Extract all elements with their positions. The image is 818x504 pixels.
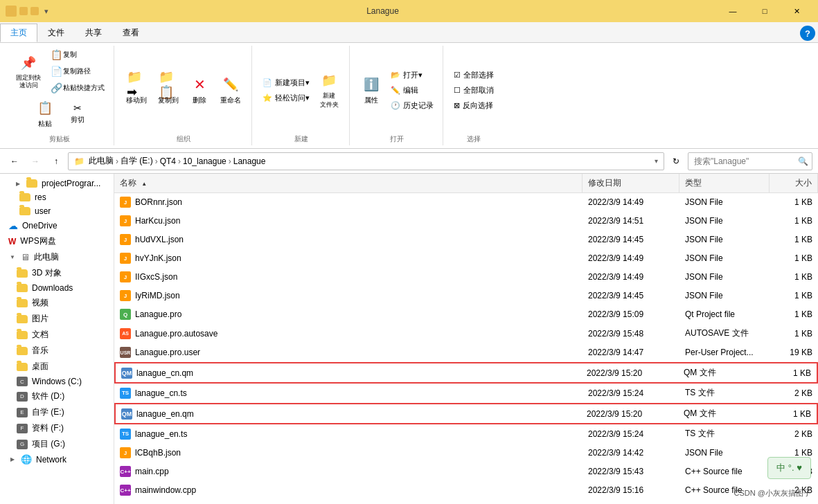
address-path[interactable]: 📁 此电脑 › 自学 (E:) › QT4 › 10_lanague › Lan… bbox=[68, 152, 664, 170]
delete-button[interactable]: ✕ 删除 bbox=[185, 72, 214, 108]
back-button[interactable]: ← bbox=[6, 152, 24, 170]
ribbon-group-organize: 📁➡ 移动到 📁📋 复制到 ✕ 删除 ✏️ 重命名 组织 bbox=[116, 46, 252, 145]
sidebar-item-drive-c[interactable]: C Windows (C:) bbox=[0, 375, 114, 388]
file-name: J hUdVXL.json bbox=[114, 233, 583, 246]
file-name-text: lCBqhB.json bbox=[135, 448, 181, 458]
ribbon-group-clipboard: 📌 固定到快速访问 📋 复制 📄 复制路径 🔗 粘贴快捷方式 bbox=[6, 46, 114, 145]
paste-icon: 📄 bbox=[51, 66, 62, 77]
file-date: 2022/3/9 14:51 bbox=[583, 215, 679, 227]
table-row[interactable]: C++ main.cpp 2022/3/9 15:43 C++ Source f… bbox=[114, 462, 818, 481]
sidebar-item-res[interactable]: res bbox=[0, 190, 114, 204]
network-icon: 🌐 bbox=[21, 454, 32, 465]
sidebar-item-videos[interactable]: 视频 bbox=[0, 295, 114, 311]
table-row[interactable]: J BORnnr.json 2022/3/9 14:49 JSON File 1… bbox=[114, 193, 818, 212]
history-button[interactable]: 🕐 历史记录 bbox=[387, 98, 437, 113]
close-button[interactable]: ✕ bbox=[781, 0, 812, 22]
table-row[interactable]: QM lanague_en.qm 2022/3/9 15:20 QM 文件 1 … bbox=[114, 403, 818, 424]
table-row[interactable]: J hvYJnK.json 2022/3/9 14:49 JSON File 1… bbox=[114, 249, 818, 268]
file-list-container: 名称 ▲ 修改日期 类型 大小 J BORnnr.json 2022/3/9 1… bbox=[114, 174, 818, 504]
file-name: J IIGxcS.json bbox=[114, 270, 583, 284]
up-button[interactable]: ↑ bbox=[47, 152, 65, 170]
copy-to-button[interactable]: 📁📋 复制到 bbox=[153, 72, 184, 108]
table-row[interactable]: QM lanague_cn.qm 2022/3/9 15:20 QM 文件 1 … bbox=[114, 362, 818, 384]
table-row[interactable]: H mainwindow.h 2022/3/9 15:16 H 文件 1 KB bbox=[114, 500, 818, 504]
table-row[interactable]: J IIGxcS.json 2022/3/9 14:49 JSON File 1… bbox=[114, 268, 818, 287]
maximize-button[interactable]: □ bbox=[749, 0, 781, 22]
move-to-button[interactable]: 📁➡ 移动到 bbox=[121, 72, 152, 108]
file-name-text: hUdVXL.json bbox=[135, 235, 184, 244]
path-part-2[interactable]: 自学 (E:) bbox=[121, 155, 153, 167]
new-item-button[interactable]: 📄 新建项目▾ bbox=[259, 75, 313, 90]
table-row[interactable]: C++ mainwindow.cpp 2022/3/9 15:16 C++ So… bbox=[114, 481, 818, 500]
col-header-name[interactable]: 名称 ▲ bbox=[114, 174, 583, 192]
tab-share[interactable]: 共享 bbox=[75, 24, 112, 42]
col-header-date[interactable]: 修改日期 bbox=[583, 174, 679, 192]
select-all-button[interactable]: ☑ 全部选择 bbox=[450, 68, 497, 82]
refresh-button[interactable]: ↻ bbox=[667, 152, 685, 170]
search-input[interactable] bbox=[688, 152, 812, 170]
paste-main-button[interactable]: 📋 粘贴 bbox=[28, 96, 62, 132]
sidebar-item-pc[interactable]: ▼ 🖥 此电脑 bbox=[0, 249, 114, 265]
file-type-icon: J bbox=[120, 215, 131, 226]
paste-main-icon: 📋 bbox=[35, 98, 55, 118]
path-part-3[interactable]: QT4 bbox=[160, 156, 176, 166]
col-header-size[interactable]: 大小 bbox=[770, 174, 818, 192]
table-row[interactable]: AS Lanague.pro.autosave 2022/3/9 15:48 A… bbox=[114, 324, 818, 343]
ribbon-content: 📌 固定到快速访问 📋 复制 📄 复制路径 🔗 粘贴快捷方式 bbox=[0, 43, 818, 148]
easy-access-button[interactable]: ⭐ 轻松访问▾ bbox=[259, 91, 313, 105]
invert-select-button[interactable]: ⊠ 反向选择 bbox=[450, 98, 497, 113]
table-row[interactable]: J hUdVXL.json 2022/3/9 14:45 JSON File 1… bbox=[114, 231, 818, 249]
tab-home[interactable]: 主页 bbox=[0, 24, 37, 42]
pin-button[interactable]: 📌 固定到快速访问 bbox=[11, 51, 46, 92]
sidebar-item-drive-f[interactable]: F 资料 (F:) bbox=[0, 420, 114, 436]
table-row[interactable]: USR Lanague.pro.user 2022/3/9 14:47 Per-… bbox=[114, 343, 818, 362]
paste-shortcut-button[interactable]: 🔗 粘贴快捷方式 bbox=[47, 80, 108, 96]
table-row[interactable]: J HarKcu.json 2022/3/9 14:51 JSON File 1… bbox=[114, 212, 818, 231]
col-header-type[interactable]: 类型 bbox=[679, 174, 770, 192]
file-type: JSON File bbox=[679, 233, 770, 246]
sidebar-label-drive-c: Windows (C:) bbox=[32, 377, 82, 386]
copy-button[interactable]: 📋 复制 bbox=[47, 47, 108, 62]
path-part-5[interactable]: Lanague bbox=[233, 156, 266, 166]
table-row[interactable]: TS lanague_cn.ts 2022/3/9 15:24 TS 文件 2 … bbox=[114, 384, 818, 403]
cut-button[interactable]: ✂ 剪切 bbox=[64, 100, 91, 127]
properties-button[interactable]: ℹ️ 属性 bbox=[357, 72, 386, 108]
tab-view[interactable]: 查看 bbox=[112, 24, 150, 42]
paste-button[interactable]: 📄 复制路径 bbox=[47, 64, 108, 79]
file-date: 2022/3/9 15:20 bbox=[581, 408, 678, 420]
sidebar-item-pictures[interactable]: 图片 bbox=[0, 311, 114, 327]
sidebar-item-user[interactable]: user bbox=[0, 204, 114, 218]
sidebar-item-docs[interactable]: 文档 bbox=[0, 327, 114, 343]
file-type: JSON File bbox=[679, 271, 770, 283]
sidebar-item-3d[interactable]: 3D 对象 bbox=[0, 265, 114, 281]
file-type: Qt Project file bbox=[679, 308, 770, 321]
minimize-button[interactable]: — bbox=[717, 0, 749, 22]
edit-button[interactable]: ✏️ 编辑 bbox=[387, 83, 422, 98]
forward-button[interactable]: → bbox=[26, 152, 44, 170]
table-row[interactable]: J lCBqhB.json 2022/3/9 14:42 JSON File 1… bbox=[114, 444, 818, 462]
file-date: 2022/3/9 15:43 bbox=[583, 465, 679, 478]
sidebar-item-wps[interactable]: W WPS网盘 bbox=[0, 233, 114, 249]
path-dropdown[interactable]: ▾ bbox=[655, 157, 658, 165]
sidebar-item-drive-e[interactable]: E 自学 (E:) bbox=[0, 404, 114, 420]
rename-button[interactable]: ✏️ 重命名 bbox=[215, 72, 246, 108]
sidebar-item-drive-g[interactable]: G 项目 (G:) bbox=[0, 436, 114, 452]
new-folder-button[interactable]: 📁 新建文件夹 bbox=[314, 68, 344, 112]
sidebar-item-music[interactable]: 音乐 bbox=[0, 343, 114, 359]
table-row[interactable]: TS lanague_en.ts 2022/3/9 15:24 TS 文件 2 … bbox=[114, 424, 818, 444]
sidebar-item-onedrive[interactable]: ☁ OneDrive bbox=[0, 218, 114, 233]
table-row[interactable]: Q Lanague.pro 2022/3/9 15:09 Qt Project … bbox=[114, 305, 818, 324]
path-part-1[interactable]: 此电脑 bbox=[89, 155, 114, 167]
rename-label: 重命名 bbox=[220, 96, 241, 105]
open-button[interactable]: 📂 打开▾ bbox=[387, 68, 426, 82]
sidebar-item-desktop[interactable]: 桌面 bbox=[0, 359, 114, 375]
deselect-all-button[interactable]: ☐ 全部取消 bbox=[450, 83, 497, 98]
sidebar-item-downloads[interactable]: Downloads bbox=[0, 281, 114, 295]
help-button[interactable]: ? bbox=[800, 26, 815, 41]
sidebar-item-network[interactable]: ▶ 🌐 Network bbox=[0, 452, 114, 467]
tab-file[interactable]: 文件 bbox=[37, 24, 75, 42]
sidebar-item-projectprograr[interactable]: ▶ projectPrograr... bbox=[0, 177, 114, 190]
table-row[interactable]: J IyRiMD.json 2022/3/9 14:45 JSON File 1… bbox=[114, 287, 818, 305]
path-part-4[interactable]: 10_lanague bbox=[183, 156, 226, 166]
sidebar-item-drive-d[interactable]: D 软件 (D:) bbox=[0, 388, 114, 404]
